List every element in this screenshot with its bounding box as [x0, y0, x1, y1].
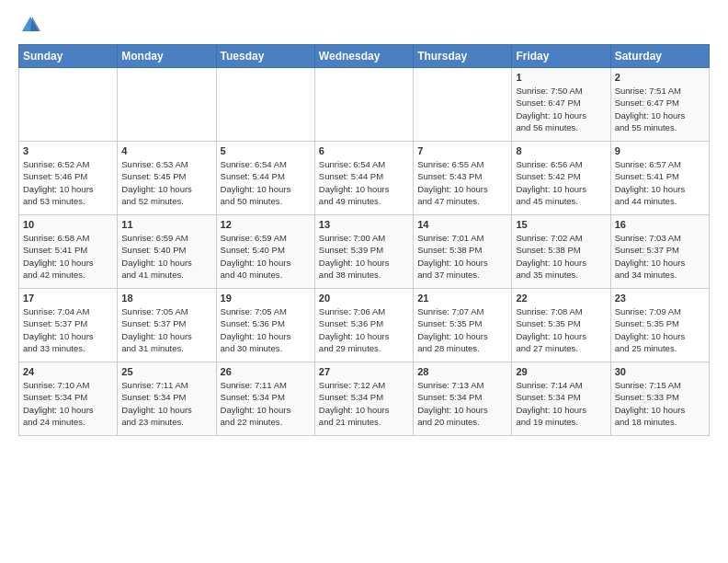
- day-cell: 25Sunrise: 7:11 AM Sunset: 5:34 PM Dayli…: [118, 362, 216, 436]
- weekday-header-row: SundayMondayTuesdayWednesdayThursdayFrid…: [19, 45, 710, 68]
- day-info: Sunrise: 7:13 AM Sunset: 5:34 PM Dayligh…: [417, 379, 507, 428]
- day-cell: 4Sunrise: 6:53 AM Sunset: 5:45 PM Daylig…: [118, 142, 216, 215]
- day-info: Sunrise: 6:54 AM Sunset: 5:44 PM Dayligh…: [221, 158, 311, 207]
- day-info: Sunrise: 7:01 AM Sunset: 5:38 PM Dayligh…: [417, 232, 507, 281]
- day-number: 9: [615, 145, 705, 156]
- day-info: Sunrise: 7:11 AM Sunset: 5:34 PM Dayligh…: [221, 379, 311, 428]
- day-number: 20: [319, 293, 409, 304]
- day-number: 22: [516, 293, 606, 304]
- day-cell: 15Sunrise: 7:02 AM Sunset: 5:38 PM Dayli…: [512, 215, 610, 289]
- day-info: Sunrise: 7:06 AM Sunset: 5:36 PM Dayligh…: [319, 305, 409, 354]
- day-info: Sunrise: 6:57 AM Sunset: 5:41 PM Dayligh…: [615, 158, 705, 207]
- day-number: 27: [319, 366, 409, 377]
- day-number: 12: [221, 219, 311, 230]
- day-cell: 22Sunrise: 7:08 AM Sunset: 5:35 PM Dayli…: [512, 289, 610, 362]
- day-number: 3: [23, 145, 113, 156]
- day-info: Sunrise: 7:04 AM Sunset: 5:37 PM Dayligh…: [23, 305, 113, 354]
- day-number: 19: [221, 293, 311, 304]
- day-info: Sunrise: 7:08 AM Sunset: 5:35 PM Dayligh…: [516, 305, 606, 354]
- day-number: 14: [417, 219, 507, 230]
- day-number: 13: [319, 219, 409, 230]
- day-cell: 28Sunrise: 7:13 AM Sunset: 5:34 PM Dayli…: [414, 362, 512, 436]
- day-info: Sunrise: 7:10 AM Sunset: 5:34 PM Dayligh…: [23, 379, 113, 428]
- day-cell: 18Sunrise: 7:05 AM Sunset: 5:37 PM Dayli…: [118, 289, 216, 362]
- day-info: Sunrise: 6:54 AM Sunset: 5:44 PM Dayligh…: [319, 158, 409, 207]
- day-cell: 17Sunrise: 7:04 AM Sunset: 5:37 PM Dayli…: [19, 289, 118, 362]
- calendar-table: SundayMondayTuesdayWednesdayThursdayFrid…: [18, 44, 710, 436]
- day-number: 24: [23, 366, 113, 377]
- day-cell: [414, 68, 512, 142]
- weekday-header-tuesday: Tuesday: [216, 45, 314, 68]
- day-number: 17: [23, 293, 113, 304]
- day-cell: 30Sunrise: 7:15 AM Sunset: 5:33 PM Dayli…: [610, 362, 709, 436]
- page: SundayMondayTuesdayWednesdayThursdayFrid…: [0, 0, 728, 451]
- day-info: Sunrise: 7:14 AM Sunset: 5:34 PM Dayligh…: [516, 379, 606, 428]
- day-cell: 3Sunrise: 6:52 AM Sunset: 5:46 PM Daylig…: [19, 142, 118, 215]
- day-cell: 21Sunrise: 7:07 AM Sunset: 5:35 PM Dayli…: [414, 289, 512, 362]
- day-number: 23: [615, 293, 705, 304]
- day-cell: 11Sunrise: 6:59 AM Sunset: 5:40 PM Dayli…: [118, 215, 216, 289]
- day-info: Sunrise: 7:05 AM Sunset: 5:37 PM Dayligh…: [121, 305, 211, 354]
- weekday-header-saturday: Saturday: [610, 45, 709, 68]
- week-row-3: 10Sunrise: 6:58 AM Sunset: 5:41 PM Dayli…: [19, 215, 710, 289]
- day-info: Sunrise: 7:11 AM Sunset: 5:34 PM Dayligh…: [121, 379, 211, 428]
- day-info: Sunrise: 7:50 AM Sunset: 6:47 PM Dayligh…: [516, 85, 606, 133]
- logo: [18, 15, 40, 35]
- day-number: 29: [516, 366, 606, 377]
- day-cell: [314, 68, 413, 142]
- day-number: 1: [516, 72, 606, 83]
- day-number: 15: [516, 219, 606, 230]
- day-info: Sunrise: 7:12 AM Sunset: 5:34 PM Dayligh…: [319, 379, 409, 428]
- day-info: Sunrise: 6:59 AM Sunset: 5:40 PM Dayligh…: [121, 232, 211, 281]
- weekday-header-sunday: Sunday: [19, 45, 118, 68]
- weekday-header-wednesday: Wednesday: [314, 45, 413, 68]
- day-cell: 29Sunrise: 7:14 AM Sunset: 5:34 PM Dayli…: [512, 362, 610, 436]
- day-number: 30: [615, 366, 705, 377]
- day-cell: 10Sunrise: 6:58 AM Sunset: 5:41 PM Dayli…: [19, 215, 118, 289]
- day-info: Sunrise: 7:03 AM Sunset: 5:37 PM Dayligh…: [615, 232, 705, 281]
- day-cell: 19Sunrise: 7:05 AM Sunset: 5:36 PM Dayli…: [216, 289, 314, 362]
- day-info: Sunrise: 7:00 AM Sunset: 5:39 PM Dayligh…: [319, 232, 409, 281]
- day-info: Sunrise: 6:55 AM Sunset: 5:43 PM Dayligh…: [417, 158, 507, 207]
- weekday-header-friday: Friday: [512, 45, 610, 68]
- day-number: 5: [221, 145, 311, 156]
- day-number: 21: [417, 293, 507, 304]
- day-number: 10: [23, 219, 113, 230]
- day-info: Sunrise: 7:51 AM Sunset: 6:47 PM Dayligh…: [615, 85, 705, 133]
- day-cell: 8Sunrise: 6:56 AM Sunset: 5:42 PM Daylig…: [512, 142, 610, 215]
- logo-icon: [20, 15, 40, 35]
- day-info: Sunrise: 6:58 AM Sunset: 5:41 PM Dayligh…: [23, 232, 113, 281]
- day-cell: [216, 68, 314, 142]
- day-number: 28: [417, 366, 507, 377]
- day-info: Sunrise: 6:59 AM Sunset: 5:40 PM Dayligh…: [221, 232, 311, 281]
- day-number: 18: [121, 293, 211, 304]
- day-cell: 5Sunrise: 6:54 AM Sunset: 5:44 PM Daylig…: [216, 142, 314, 215]
- svg-marker-1: [30, 17, 40, 31]
- day-cell: 14Sunrise: 7:01 AM Sunset: 5:38 PM Dayli…: [414, 215, 512, 289]
- day-number: 2: [615, 72, 705, 83]
- day-info: Sunrise: 7:05 AM Sunset: 5:36 PM Dayligh…: [221, 305, 311, 354]
- day-number: 26: [221, 366, 311, 377]
- day-cell: 16Sunrise: 7:03 AM Sunset: 5:37 PM Dayli…: [610, 215, 709, 289]
- day-cell: 20Sunrise: 7:06 AM Sunset: 5:36 PM Dayli…: [314, 289, 413, 362]
- day-info: Sunrise: 7:02 AM Sunset: 5:38 PM Dayligh…: [516, 232, 606, 281]
- week-row-2: 3Sunrise: 6:52 AM Sunset: 5:46 PM Daylig…: [19, 142, 710, 215]
- day-number: 6: [319, 145, 409, 156]
- day-number: 16: [615, 219, 705, 230]
- day-number: 8: [516, 145, 606, 156]
- day-number: 11: [121, 219, 211, 230]
- day-cell: 12Sunrise: 6:59 AM Sunset: 5:40 PM Dayli…: [216, 215, 314, 289]
- day-number: 7: [417, 145, 507, 156]
- day-info: Sunrise: 6:52 AM Sunset: 5:46 PM Dayligh…: [23, 158, 113, 207]
- day-info: Sunrise: 6:53 AM Sunset: 5:45 PM Dayligh…: [121, 158, 211, 207]
- day-cell: 26Sunrise: 7:11 AM Sunset: 5:34 PM Dayli…: [216, 362, 314, 436]
- day-cell: 13Sunrise: 7:00 AM Sunset: 5:39 PM Dayli…: [314, 215, 413, 289]
- weekday-header-monday: Monday: [118, 45, 216, 68]
- day-cell: 2Sunrise: 7:51 AM Sunset: 6:47 PM Daylig…: [610, 68, 709, 142]
- day-cell: 24Sunrise: 7:10 AM Sunset: 5:34 PM Dayli…: [19, 362, 118, 436]
- day-number: 4: [121, 145, 211, 156]
- day-cell: 6Sunrise: 6:54 AM Sunset: 5:44 PM Daylig…: [314, 142, 413, 215]
- day-info: Sunrise: 7:09 AM Sunset: 5:35 PM Dayligh…: [615, 305, 705, 354]
- day-info: Sunrise: 7:07 AM Sunset: 5:35 PM Dayligh…: [417, 305, 507, 354]
- week-row-4: 17Sunrise: 7:04 AM Sunset: 5:37 PM Dayli…: [19, 289, 710, 362]
